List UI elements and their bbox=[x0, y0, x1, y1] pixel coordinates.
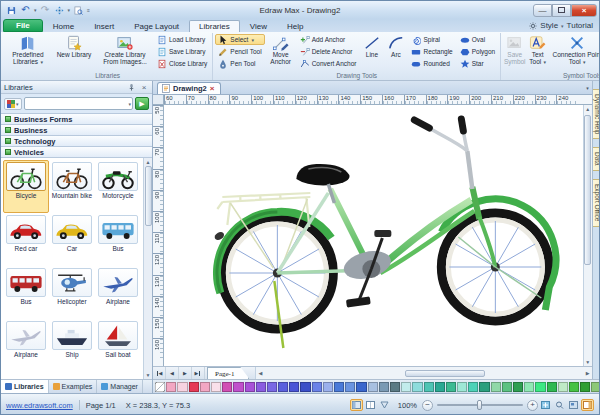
ribbon-small-button[interactable]: Rectangle bbox=[408, 46, 455, 57]
no-fill-button[interactable] bbox=[155, 382, 165, 392]
zoom-slider[interactable] bbox=[437, 399, 523, 411]
color-swatch[interactable] bbox=[569, 382, 579, 392]
shape-item[interactable]: Bus bbox=[95, 213, 141, 266]
ribbon-small-button[interactable]: Delete Anchor bbox=[297, 46, 360, 57]
zoom-out-button[interactable]: − bbox=[422, 400, 433, 411]
color-swatch[interactable] bbox=[334, 382, 344, 392]
scroll-up-icon[interactable]: ▲ bbox=[585, 105, 590, 113]
undo-icon[interactable]: ↶ bbox=[19, 4, 32, 17]
save-icon[interactable] bbox=[5, 4, 18, 17]
ribbon-tab[interactable]: Insert bbox=[84, 20, 124, 32]
color-swatch[interactable] bbox=[379, 382, 389, 392]
scroll-right-icon[interactable]: ▶ bbox=[586, 369, 590, 377]
move-anchor-button[interactable]: Move Anchor bbox=[266, 33, 296, 67]
ribbon-tab[interactable]: Page Layout bbox=[124, 20, 189, 32]
document-tab[interactable]: Drawing2 × bbox=[157, 82, 221, 94]
library-search-go-button[interactable]: ▶ bbox=[135, 97, 149, 110]
library-category-bar[interactable]: Vehicles bbox=[1, 146, 152, 158]
color-swatch[interactable] bbox=[591, 382, 600, 392]
color-swatch[interactable] bbox=[312, 382, 322, 392]
scroll-left-icon[interactable]: ◀ bbox=[258, 369, 262, 377]
undo-dropdown-caret[interactable]: ▾ bbox=[33, 7, 38, 13]
page-tab[interactable]: Page-1 bbox=[207, 367, 249, 379]
panel-tab[interactable]: Libraries bbox=[1, 380, 49, 393]
scroll-down-icon[interactable]: ▼ bbox=[585, 358, 590, 366]
ribbon-tab[interactable]: View bbox=[240, 20, 277, 32]
shape-item[interactable]: Car bbox=[49, 213, 95, 266]
vertical-scrollbar[interactable]: ▲ ▼ bbox=[583, 105, 592, 366]
ribbon-small-button[interactable]: Polygon bbox=[457, 46, 499, 57]
color-swatch[interactable] bbox=[345, 382, 355, 392]
panel-close-icon[interactable]: × bbox=[139, 83, 149, 92]
ribbon-small-button[interactable]: Save Library bbox=[154, 46, 210, 57]
ribbon-small-button[interactable]: Select ▾ bbox=[215, 34, 264, 45]
shape-item[interactable]: Bicycle bbox=[3, 160, 49, 213]
ribbon-small-button[interactable]: Spiral bbox=[408, 34, 455, 45]
shape-item[interactable]: Bus bbox=[3, 266, 49, 319]
ribbon-small-button[interactable]: Convert Anchor bbox=[297, 58, 360, 69]
scroll-down-icon[interactable]: ▼ bbox=[146, 371, 151, 379]
ribbon-small-button[interactable]: Star bbox=[457, 58, 499, 69]
color-swatch[interactable] bbox=[323, 382, 333, 392]
side-panel-tab[interactable]: Dynamic Help bbox=[593, 89, 600, 139]
scroll-thumb[interactable] bbox=[405, 370, 485, 377]
line-tool-button[interactable]: Line bbox=[360, 33, 383, 60]
color-swatch[interactable] bbox=[412, 382, 422, 392]
ribbon-small-button[interactable]: Close Library bbox=[154, 58, 210, 69]
ribbon-tab[interactable]: Libraries bbox=[189, 20, 240, 32]
zoom-slider-thumb[interactable] bbox=[477, 400, 482, 410]
fit-to-window-button[interactable] bbox=[539, 399, 552, 411]
color-swatch[interactable] bbox=[390, 382, 400, 392]
color-swatch[interactable] bbox=[267, 382, 277, 392]
color-swatch[interactable] bbox=[256, 382, 266, 392]
drawing-page[interactable] bbox=[164, 105, 583, 366]
color-swatch[interactable] bbox=[289, 382, 299, 392]
scroll-up-icon[interactable]: ▲ bbox=[146, 158, 151, 166]
color-swatch[interactable] bbox=[580, 382, 590, 392]
ribbon-small-button[interactable]: Load Library bbox=[154, 34, 210, 45]
ribbon-small-button[interactable]: Oval bbox=[457, 34, 499, 45]
print-preview-view-button[interactable] bbox=[378, 399, 391, 411]
shape-item[interactable]: Motorcycle bbox=[95, 160, 141, 213]
bicycle-drawing[interactable] bbox=[164, 105, 583, 366]
ribbon-button[interactable]: Predefined Libraries ▾ bbox=[5, 33, 51, 68]
shape-item[interactable]: Airplane bbox=[3, 319, 49, 372]
ribbon-button[interactable]: Create Library From Images... ▾ bbox=[97, 33, 153, 68]
ribbon-button[interactable]: Text Tool ▾ bbox=[526, 33, 549, 68]
color-swatch[interactable] bbox=[491, 382, 501, 392]
redo-icon[interactable]: ↷ bbox=[39, 4, 52, 17]
shape-item[interactable]: Ship bbox=[49, 319, 95, 372]
color-swatch[interactable] bbox=[424, 382, 434, 392]
ribbon-button[interactable]: New Library ▾ bbox=[51, 33, 97, 68]
color-swatch[interactable] bbox=[189, 382, 199, 392]
pan-window-button[interactable] bbox=[567, 399, 580, 411]
qat-customize-icon[interactable]: ≡ bbox=[86, 7, 91, 13]
side-panel-tab[interactable]: Export Office bbox=[593, 179, 600, 226]
close-button[interactable]: × bbox=[571, 4, 597, 17]
last-page-button[interactable]: ▶ bbox=[192, 367, 205, 379]
ribbon-small-button[interactable]: Add Anchor bbox=[297, 34, 360, 45]
tab-list-caret-icon[interactable]: ▾ bbox=[586, 85, 589, 91]
panel-tab[interactable]: Manager bbox=[97, 380, 143, 393]
color-swatch[interactable] bbox=[211, 382, 221, 392]
ribbon-tab[interactable]: Help bbox=[277, 20, 313, 32]
color-swatch[interactable] bbox=[457, 382, 467, 392]
ribbon-small-button[interactable]: Pen Tool ▾ bbox=[215, 58, 264, 69]
side-panel-tab[interactable]: Data bbox=[593, 147, 600, 171]
color-swatch[interactable] bbox=[233, 382, 243, 392]
horizontal-scrollbar[interactable]: ◀ ▶ bbox=[255, 367, 591, 379]
library-scrollbar[interactable]: ▲ ▼ bbox=[143, 158, 152, 379]
scroll-thumb[interactable] bbox=[584, 115, 591, 265]
zoom-in-button[interactable]: + bbox=[527, 400, 538, 411]
color-swatch[interactable] bbox=[513, 382, 523, 392]
ribbon-button[interactable]: Connection Point Tool ▾ bbox=[549, 33, 599, 68]
website-link[interactable]: www.edrawsoft.com bbox=[6, 401, 73, 410]
pan-dropdown-caret[interactable]: ▾ bbox=[67, 7, 72, 13]
minimize-button[interactable]: — bbox=[533, 4, 552, 17]
color-swatch[interactable] bbox=[368, 382, 378, 392]
style-caret-icon[interactable]: ▾ bbox=[561, 23, 564, 29]
normal-view-button[interactable] bbox=[350, 399, 363, 411]
pan-tool-icon[interactable] bbox=[53, 4, 66, 17]
panel-tab[interactable]: Examples bbox=[49, 380, 98, 393]
color-swatch[interactable] bbox=[200, 382, 210, 392]
